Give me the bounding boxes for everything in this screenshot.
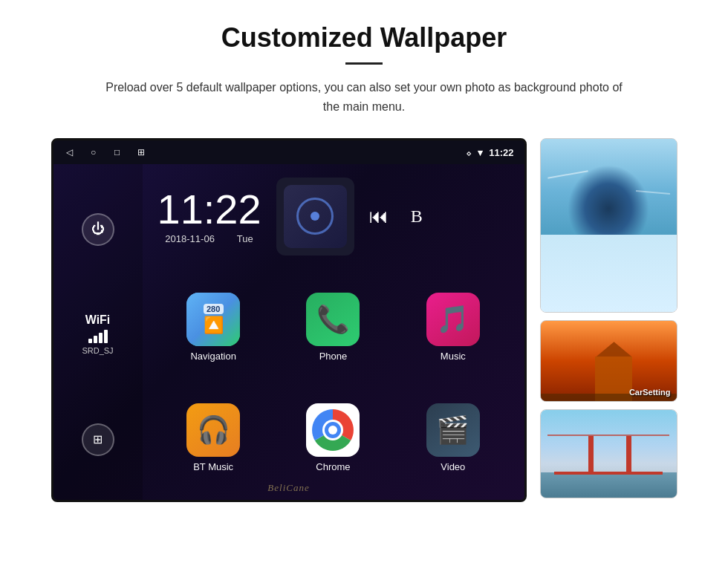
page-title: Customized Wallpaper <box>221 22 507 53</box>
power-button[interactable]: ⏻ <box>82 213 114 246</box>
bluetooth-icon[interactable]: B <box>411 206 423 227</box>
wallpaper-ice-thumb[interactable] <box>540 138 677 313</box>
phone-symbol: 📞 <box>316 304 350 335</box>
prev-track-icon[interactable]: ⏮ <box>369 205 389 228</box>
app-label-btmusic: BT Music <box>193 461 233 472</box>
building-roof <box>597 342 632 357</box>
wifi-bar-1 <box>88 339 92 343</box>
phone-icon: 📞 <box>306 293 360 346</box>
app-label-navigation: Navigation <box>190 351 235 362</box>
radio-widget[interactable] <box>276 178 354 256</box>
power-icon: ⏻ <box>91 221 105 237</box>
signal-icon: ▾ <box>478 147 483 158</box>
wifi-widget: WiFi SRD_SJ <box>82 313 113 355</box>
carsetting-label: CarSetting <box>629 388 671 397</box>
wifi-bar-2 <box>94 336 97 343</box>
app-item-navigation[interactable]: 280 🔼 Navigation <box>157 276 270 379</box>
wifi-bars <box>82 330 113 343</box>
btmusic-symbol: 🎧 <box>197 414 230 446</box>
app-grid: 280 🔼 Navigation 📞 Phone <box>143 268 524 502</box>
clock-day-value: Tue <box>237 233 253 244</box>
page-subtitle: Preload over 5 default wallpaper options… <box>104 78 624 116</box>
wifi-ssid: SRD_SJ <box>82 346 113 355</box>
screen-body: ⏻ WiFi SRD_SJ ⊞ <box>53 164 524 502</box>
app-item-video[interactable]: 🎬 Video <box>397 386 509 489</box>
media-controls: ⏮ B <box>369 205 423 228</box>
app-item-phone[interactable]: 📞 Phone <box>277 276 389 379</box>
wallpaper-building-thumb[interactable]: CarSetting <box>540 320 677 402</box>
radio-ring <box>296 198 334 235</box>
app-item-chrome[interactable]: Chrome <box>277 386 389 489</box>
screenshot-icon: ⊞ <box>135 146 147 158</box>
clock-date: 2018-11-06 Tue <box>157 233 261 244</box>
btmusic-icon: 🎧 <box>186 403 240 457</box>
video-symbol: 🎬 <box>436 414 469 446</box>
app-item-music[interactable]: 🎵 Music <box>397 276 509 379</box>
wifi-label: WiFi <box>82 313 113 327</box>
location-icon: ⬦ <box>466 147 472 158</box>
ice-shelf <box>541 235 677 313</box>
wallpaper-thumbnails: CarSetting <box>540 138 677 502</box>
wallpaper-bridge-thumb[interactable] <box>540 409 677 498</box>
wallpaper-bridge <box>541 410 677 498</box>
chrome-icon <box>306 403 360 457</box>
clock-widget: 11:22 2018-11-06 Tue <box>157 189 261 244</box>
left-sidebar: ⏻ WiFi SRD_SJ ⊞ <box>53 164 143 502</box>
music-icon: 🎵 <box>426 293 480 346</box>
svg-point-4 <box>328 426 337 435</box>
wifi-bar-4 <box>104 330 108 343</box>
back-icon: ◁ <box>64 146 76 158</box>
chrome-svg <box>306 403 360 457</box>
app-label-video: Video <box>441 461 465 472</box>
home-icon: ○ <box>88 146 100 158</box>
page-container: Customized Wallpaper Preload over 5 defa… <box>0 0 728 563</box>
bridge-tower-right <box>626 436 631 475</box>
status-bar-right: ⬦ ▾ 11:22 <box>466 147 513 158</box>
nav-arrow-icon: 🔼 <box>204 316 224 335</box>
content-area: ◁ ○ □ ⊞ ⬦ ▾ 11:22 ⏻ <box>45 138 683 502</box>
nav-route-number: 280 <box>204 304 224 314</box>
recents-icon: □ <box>111 146 123 158</box>
apps-icon: ⊞ <box>93 432 103 446</box>
status-bar: ◁ ○ □ ⊞ ⬦ ▾ 11:22 <box>53 140 524 164</box>
wifi-bar-3 <box>99 333 103 343</box>
main-content: 11:22 2018-11-06 Tue <box>143 164 524 502</box>
status-time: 11:22 <box>489 147 513 158</box>
app-label-music: Music <box>441 351 466 362</box>
top-widgets: 11:22 2018-11-06 Tue <box>143 164 524 268</box>
clock-date-value: 2018-11-06 <box>165 233 215 244</box>
bridge-road <box>554 472 663 475</box>
video-icon: 🎬 <box>426 403 480 457</box>
bridge-tower-left <box>588 436 594 475</box>
clock-time: 11:22 <box>157 189 261 230</box>
wallpaper-ice <box>541 139 677 313</box>
app-label-phone: Phone <box>319 351 348 362</box>
app-label-chrome: Chrome <box>316 461 350 472</box>
apps-button[interactable]: ⊞ <box>82 423 114 456</box>
music-symbol: 🎵 <box>436 304 469 335</box>
cable-top-left <box>547 435 670 436</box>
bridge-water <box>541 472 677 498</box>
radio-dot <box>311 212 319 221</box>
radio-inner <box>284 185 347 248</box>
app-item-btmusic[interactable]: 🎧 BT Music <box>157 386 270 489</box>
watermark: BeliCane <box>267 482 309 494</box>
status-bar-left: ◁ ○ □ ⊞ <box>64 146 147 158</box>
title-divider <box>345 62 383 65</box>
navigation-icon: 280 🔼 <box>186 293 240 346</box>
android-screen: ◁ ○ □ ⊞ ⬦ ▾ 11:22 ⏻ <box>51 138 527 502</box>
